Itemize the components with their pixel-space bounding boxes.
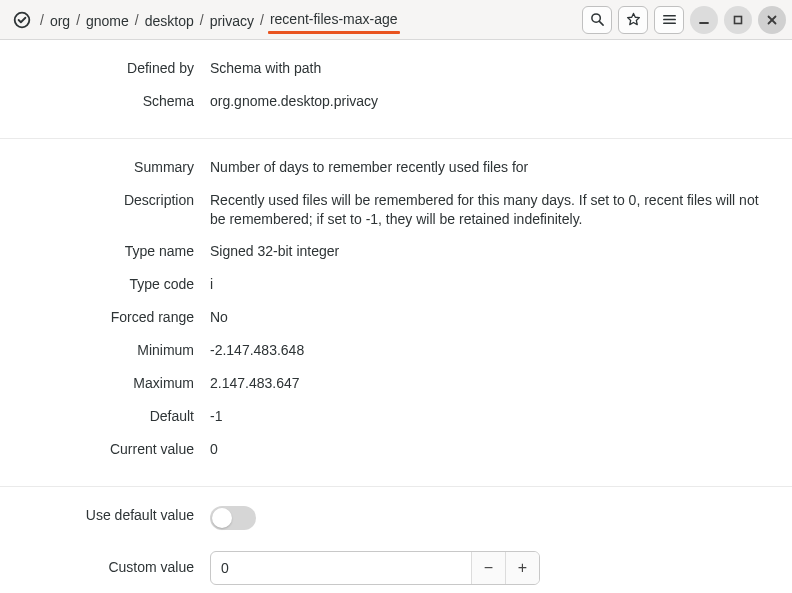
- headerbar: / org / gnome / desktop / privacy / rece…: [0, 0, 792, 40]
- toggle-knob: [212, 508, 232, 528]
- value-minimum: -2.147.483.648: [210, 341, 782, 360]
- value-type-code: i: [210, 275, 782, 294]
- value-type-name: Signed 32-bit integer: [210, 242, 782, 261]
- star-icon: [626, 12, 641, 27]
- value-default: -1: [210, 407, 782, 426]
- row-description: Description Recently used files will be …: [10, 184, 782, 236]
- row-type-code: Type code i: [10, 268, 782, 301]
- breadcrumb-item-desktop[interactable]: desktop: [143, 7, 196, 33]
- label-type-name: Type name: [10, 242, 210, 259]
- value-summary: Number of days to remember recently used…: [210, 158, 782, 177]
- breadcrumb-separator: /: [256, 12, 268, 28]
- svg-line-2: [599, 21, 603, 25]
- label-description: Description: [10, 191, 210, 208]
- svg-rect-7: [735, 16, 742, 23]
- label-custom-value: Custom value: [10, 551, 210, 575]
- value-use-default: [210, 506, 782, 530]
- label-summary: Summary: [10, 158, 210, 175]
- breadcrumb-separator: /: [196, 12, 208, 28]
- content-area: Defined by Schema with path Schema org.g…: [0, 40, 792, 138]
- search-button[interactable]: [582, 6, 612, 34]
- minus-icon: −: [484, 557, 493, 579]
- breadcrumb-separator: /: [72, 12, 84, 28]
- value-custom-value: − +: [210, 551, 782, 585]
- value-current-value: 0: [210, 440, 782, 459]
- toolbar-buttons: [582, 6, 786, 34]
- row-maximum: Maximum 2.147.483.647: [10, 367, 782, 400]
- label-type-code: Type code: [10, 275, 210, 292]
- breadcrumb-item-org[interactable]: org: [48, 7, 72, 33]
- breadcrumb-separator: /: [131, 12, 143, 28]
- breadcrumb: / org / gnome / desktop / privacy / rece…: [6, 5, 578, 34]
- label-schema: Schema: [10, 92, 210, 109]
- label-minimum: Minimum: [10, 341, 210, 358]
- decrement-button[interactable]: −: [471, 552, 505, 584]
- label-use-default: Use default value: [10, 506, 210, 523]
- breadcrumb-item-gnome[interactable]: gnome: [84, 7, 131, 33]
- row-schema: Schema org.gnome.desktop.privacy: [10, 85, 782, 118]
- content-area-details: Summary Number of days to remember recen…: [0, 139, 792, 486]
- dconf-app-icon[interactable]: [8, 11, 36, 29]
- row-minimum: Minimum -2.147.483.648: [10, 334, 782, 367]
- plus-icon: +: [518, 557, 527, 579]
- breadcrumb-active-underline: [268, 31, 400, 34]
- maximize-icon: [732, 14, 744, 26]
- label-forced-range: Forced range: [10, 308, 210, 325]
- value-description: Recently used files will be remembered f…: [210, 191, 782, 229]
- label-current-value: Current value: [10, 440, 210, 457]
- label-default: Default: [10, 407, 210, 424]
- row-type-name: Type name Signed 32-bit integer: [10, 235, 782, 268]
- custom-value-spinbutton: − +: [210, 551, 540, 585]
- window-close-button[interactable]: [758, 6, 786, 34]
- breadcrumb-current-wrap: recent-files-max-age: [268, 5, 400, 34]
- label-defined-by: Defined by: [10, 59, 210, 76]
- label-maximum: Maximum: [10, 374, 210, 391]
- row-custom-value: Custom value − +: [10, 537, 782, 592]
- search-icon: [590, 12, 605, 27]
- row-current-value: Current value 0: [10, 433, 782, 466]
- value-defined-by: Schema with path: [210, 59, 782, 78]
- value-maximum: 2.147.483.647: [210, 374, 782, 393]
- increment-button[interactable]: +: [505, 552, 539, 584]
- bookmark-button[interactable]: [618, 6, 648, 34]
- use-default-toggle[interactable]: [210, 506, 256, 530]
- breadcrumb-item-privacy[interactable]: privacy: [208, 7, 256, 33]
- custom-value-input[interactable]: [211, 552, 471, 584]
- window-maximize-button[interactable]: [724, 6, 752, 34]
- breadcrumb-current[interactable]: recent-files-max-age: [268, 5, 400, 29]
- window-minimize-button[interactable]: [690, 6, 718, 34]
- menu-button[interactable]: [654, 6, 684, 34]
- content-area-controls: Use default value Custom value − +: [0, 487, 792, 593]
- hamburger-icon: [662, 12, 677, 27]
- breadcrumb-separator: /: [36, 12, 48, 28]
- row-use-default: Use default value: [10, 499, 782, 537]
- minimize-icon: [698, 14, 710, 26]
- row-defined-by: Defined by Schema with path: [10, 52, 782, 85]
- value-forced-range: No: [210, 308, 782, 327]
- value-schema: org.gnome.desktop.privacy: [210, 92, 782, 111]
- close-icon: [766, 14, 778, 26]
- row-forced-range: Forced range No: [10, 301, 782, 334]
- row-default: Default -1: [10, 400, 782, 433]
- row-summary: Summary Number of days to remember recen…: [10, 151, 782, 184]
